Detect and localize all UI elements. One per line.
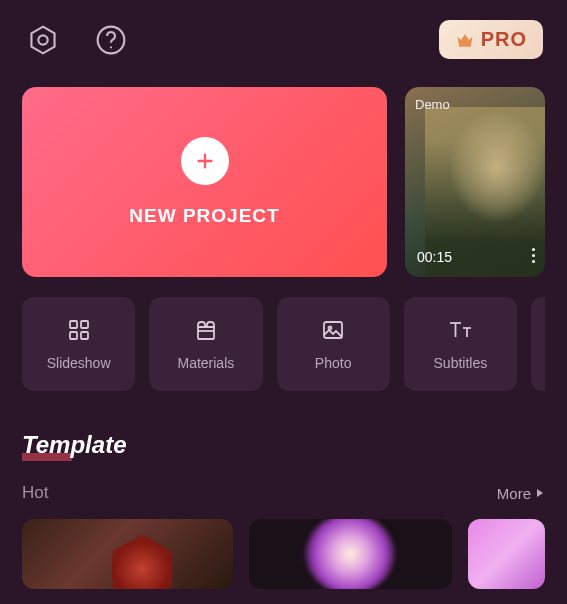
- photo-icon: [321, 317, 345, 343]
- tile-label: Slideshow: [47, 355, 111, 371]
- template-heading: Template: [22, 431, 126, 459]
- slideshow-tile[interactable]: Slideshow: [22, 297, 135, 391]
- plus-icon: [181, 137, 229, 185]
- pro-button[interactable]: PRO: [439, 20, 543, 59]
- subtitles-icon: [447, 317, 473, 343]
- template-thumbnail[interactable]: [249, 519, 452, 589]
- svg-point-0: [38, 35, 47, 44]
- more-link[interactable]: More: [497, 485, 545, 502]
- demo-duration: 00:15: [417, 249, 452, 265]
- svg-point-2: [110, 46, 112, 48]
- new-project-button[interactable]: NEW PROJECT: [22, 87, 387, 277]
- category-label: Hot: [22, 483, 48, 503]
- more-options-icon[interactable]: [532, 248, 535, 263]
- materials-icon: [194, 317, 218, 343]
- tile-label: Subtitles: [434, 355, 488, 371]
- template-thumbnails: [0, 519, 567, 589]
- top-bar: PRO: [0, 0, 567, 79]
- tile-label: Materials: [177, 355, 234, 371]
- slideshow-icon: [67, 317, 91, 343]
- svg-rect-8: [81, 332, 88, 339]
- materials-tile[interactable]: Materials: [149, 297, 262, 391]
- subtitles-tile[interactable]: Subtitles: [404, 297, 517, 391]
- more-tiles-hint[interactable]: [531, 297, 545, 391]
- template-section: Template Hot More: [0, 431, 567, 503]
- pro-label: PRO: [481, 28, 527, 51]
- template-thumbnail[interactable]: [468, 519, 545, 589]
- demo-tag: Demo: [415, 97, 450, 112]
- chevron-right-icon: [535, 488, 545, 498]
- tile-label: Photo: [315, 355, 352, 371]
- svg-rect-10: [324, 322, 342, 338]
- svg-rect-5: [70, 321, 77, 328]
- feature-tiles: Slideshow Materials Photo: [0, 297, 567, 391]
- demo-project-card[interactable]: Demo 00:15: [405, 87, 545, 277]
- svg-rect-6: [81, 321, 88, 328]
- main-row: NEW PROJECT Demo 00:15: [0, 87, 567, 277]
- more-label: More: [497, 485, 531, 502]
- svg-rect-7: [70, 332, 77, 339]
- photo-tile[interactable]: Photo: [277, 297, 390, 391]
- new-project-label: NEW PROJECT: [129, 205, 279, 227]
- template-thumbnail[interactable]: [22, 519, 233, 589]
- settings-icon[interactable]: [24, 21, 62, 59]
- help-icon[interactable]: [92, 21, 130, 59]
